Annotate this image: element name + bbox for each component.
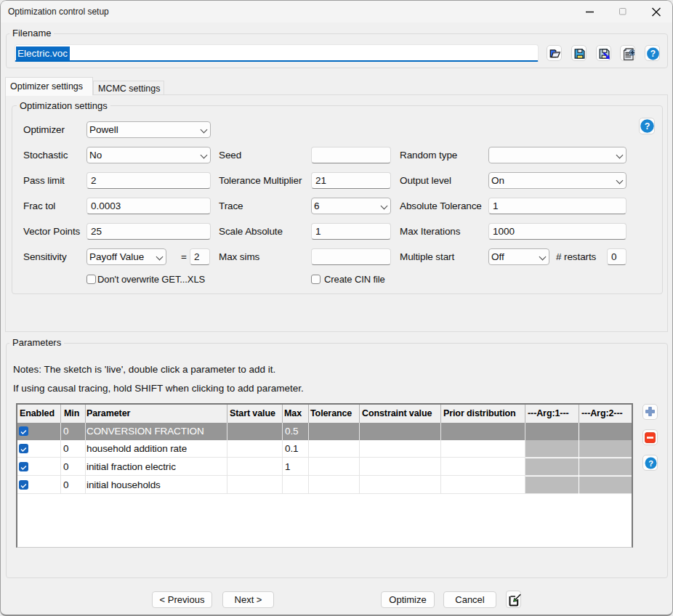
svg-text:?: ?	[644, 121, 650, 131]
svg-text:?: ?	[648, 459, 653, 468]
svg-text:?: ?	[650, 49, 656, 59]
